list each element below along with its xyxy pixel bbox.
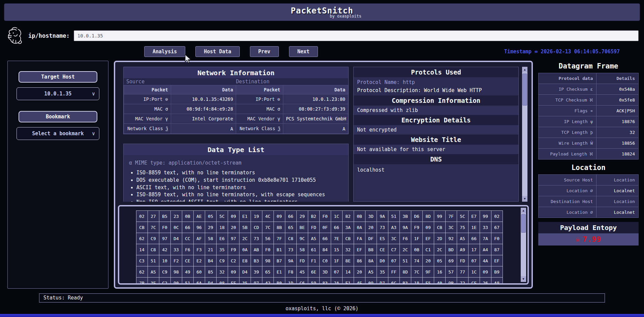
hex-dump-table: 0227B5230BAE055C09E1194C096629B2F01C820B… [136,210,503,285]
hex-byte: 74 [411,255,422,266]
scroll-up-icon[interactable]: ▲ [521,208,526,213]
app-logo-rat-icon [6,26,24,45]
location-row: Source HostLocation [539,175,639,185]
datagram-header-row: Protocol data Details [539,73,639,84]
hex-byte: 0B [411,244,422,255]
protocols-used-title: Protcols Used [354,67,518,77]
hex-byte: 23 [170,211,182,222]
ip-hostname-input[interactable] [74,30,639,41]
network-info-row: IP:Port ⊙10.0.1.35:43269IP:Port ⊙10.0.1.… [124,94,348,104]
scroll-thumb[interactable] [522,74,527,106]
hex-byte: 96 [193,222,205,233]
hex-byte: 6C [388,278,399,285]
location-field-label: Destination Host [539,196,597,207]
hex-byte: 87 [491,244,503,255]
hex-byte: 72 [457,278,468,285]
scroll-track[interactable] [522,73,527,196]
hex-row: 62C997D4CCAF58E6972C73567FC89CA5667ECBFA… [136,233,503,244]
upper-scrollbar[interactable]: ▲ ▼ [522,67,527,202]
hex-byte: CC [182,233,193,244]
column-header-packet: Packet [124,85,171,94]
prev-button[interactable]: Prev [250,46,279,57]
hex-byte: 97 [251,278,262,285]
hex-row: 62A5C9984960853209D43965E1F8456E3D071420… [136,266,503,278]
data-type-item: ISO-8859 text, with no line terminators [136,169,348,177]
network-info-row: MAC Vendor γIntel CorporateMAC Vendor γP… [124,114,348,124]
analysis-button[interactable]: Analysis [144,46,185,57]
protocol-name-line: Protocol Name: http [354,77,518,86]
hex-byte: C3 [136,255,148,266]
hex-byte: 3B [399,211,411,222]
bookmark-select[interactable]: Select a bookmark ∨ [17,127,99,140]
datagram-table: Protocol data Details IP Checksum ε0x548… [538,73,639,160]
hex-byte: B0 [273,278,285,285]
hex-byte: 8D [422,211,434,222]
hex-byte: A4 [480,244,491,255]
location-field-value: Location [597,196,639,207]
hex-byte: 61 [308,244,319,255]
compression-info-line: Compressed with zlib [354,106,518,115]
target-host-select[interactable]: 10.0.1.35 ∨ [17,87,99,100]
hex-byte: CE [182,255,193,266]
hex-byte: 6E [308,266,319,278]
hex-byte: 17 [468,244,480,255]
hex-byte: 51 [182,278,193,285]
hex-byte: C8 [148,244,159,255]
host-data-button[interactable]: Host Data [195,46,239,57]
hex-byte: 21 [205,244,216,255]
hex-byte: 65 [262,266,273,278]
hex-byte: 67 [491,222,503,233]
hex-scrollbar[interactable]: ▲ ▼ [521,208,526,282]
scroll-down-icon[interactable]: ▼ [521,276,526,282]
hex-byte: 42 [262,278,273,285]
hex-byte: 18 [216,222,228,233]
protocols-panel: Protcols Used Protocol Name: http Protoc… [353,67,519,202]
footer-text: oxasploits, llc (© 2026) [0,306,644,312]
hex-byte: 09 [228,211,239,222]
datagram-column-details: Details [597,73,639,84]
scroll-down-icon[interactable]: ▼ [522,196,527,202]
hex-byte: A3 [388,222,399,233]
hex-byte: F2 [170,255,182,266]
hex-byte: 92 [445,233,457,244]
network-info-header-row: Packet Data Packet Data [124,85,348,94]
location-row: Location ∅Localnet [539,207,639,218]
hex-byte: 66 [319,233,331,244]
hex-byte: 84 [319,244,331,255]
column-header-packet: Packet [236,85,283,94]
bookmark-button[interactable]: Bookmark [19,111,97,122]
next-button[interactable]: Next [289,46,318,57]
hex-byte: B1 [273,244,285,255]
target-host-button[interactable]: Target Host [19,71,97,83]
hex-byte: 09 [480,266,491,278]
hex-byte: C7 [388,244,399,255]
hex-byte: B2 [308,211,319,222]
packet-field-label: IP:Port ⊙ [236,94,283,104]
hex-byte: E6 [216,233,228,244]
hex-byte: 2D [434,233,445,244]
hex-byte: D7 [377,278,388,285]
hex-byte: 5C [216,211,228,222]
hex-byte: D0 [377,255,388,266]
hex-byte: F0 [319,211,331,222]
hex-byte: 5B [239,222,251,233]
location-row: Location ∅Localnet [539,185,639,196]
hex-byte: 9C [296,233,308,244]
hex-byte: 66 [468,233,480,244]
hex-byte: C9 [159,266,170,278]
column-header-data: Data [283,85,348,94]
scroll-up-icon[interactable]: ▲ [522,67,527,73]
scroll-thumb[interactable] [521,214,526,233]
hex-row: CB7CF00C66962918205BCD7C8B65BEFD0F663A0A… [136,222,503,233]
network-info-row: Network Class ѮANetwork Class ѮA [124,124,348,134]
hex-byte: 20 [354,266,365,278]
hex-byte: 2C [399,244,411,255]
hex-byte: E7 [468,211,480,222]
hex-byte: 5C [457,211,468,222]
app-subtitle: by oxasploits [330,14,361,19]
hex-byte: 07 [388,255,399,266]
hex-byte: 3D [319,266,331,278]
hex-byte: CB [136,222,148,233]
hex-byte: 58 [296,244,308,255]
scroll-track[interactable] [521,213,526,276]
